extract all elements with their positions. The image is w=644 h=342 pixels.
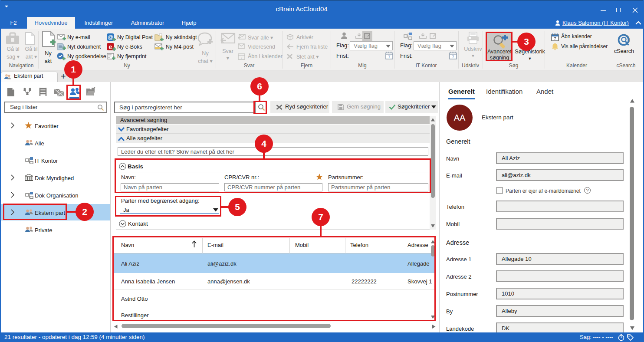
svg-text:7: 7	[554, 36, 556, 41]
svg-text:e: e	[109, 43, 112, 50]
svg-text:7: 7	[240, 56, 243, 60]
svg-text:7: 7	[452, 55, 454, 59]
svg-text:7: 7	[388, 55, 390, 59]
